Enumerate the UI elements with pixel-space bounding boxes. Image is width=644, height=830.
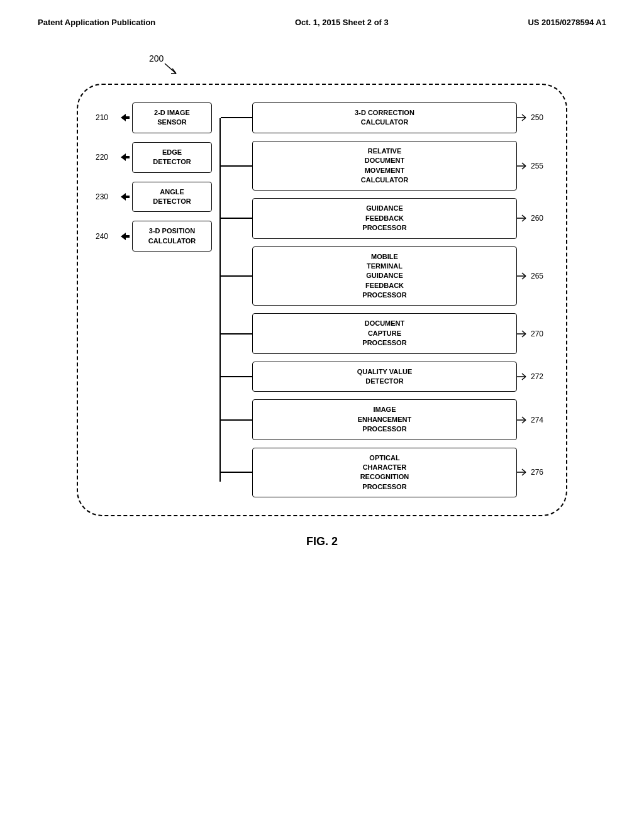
hline-255	[221, 165, 252, 167]
box-276: OPTICALCHARACTERRECOGNITIONPROCESSOR	[252, 448, 517, 498]
header-right: US 2015/0278594 A1	[528, 18, 606, 27]
arrow-ref-272	[517, 372, 531, 382]
box-270: DOCUMENTCAPTUREPROCESSOR	[252, 313, 517, 353]
arrow-220	[121, 153, 130, 162]
box-240: 3-D POSITIONCALCULATOR	[132, 221, 212, 252]
left-item-220: 220 EDGEDETECTOR	[96, 142, 212, 173]
hline-265	[221, 275, 252, 277]
box-250: 3-D CORRECTIONCALCULATOR	[252, 102, 517, 133]
box-230: ANGLEDETECTOR	[132, 182, 212, 213]
right-item-272: QUALITY VALUEDETECTOR 272	[221, 362, 543, 392]
box-274: IMAGEENHANCEMENTPROCESSOR	[252, 399, 517, 440]
ref-210: 210	[96, 113, 118, 122]
box-255: RELATIVEDOCUMENTMOVEMENTCALCULATOR	[252, 141, 517, 191]
hline-274	[221, 419, 252, 421]
hline-270	[221, 333, 252, 335]
arrow-ref-250	[517, 113, 531, 123]
right-item-276: OPTICALCHARACTERRECOGNITIONPROCESSOR 276	[221, 448, 543, 498]
right-item-250: 3-D CORRECTIONCALCULATOR 250	[221, 102, 543, 133]
left-item-240: 240 3-D POSITIONCALCULATOR	[96, 221, 212, 252]
box-210: 2-D IMAGESENSOR	[132, 102, 212, 133]
ref-276: 276	[531, 468, 543, 477]
arrow-ref-270	[517, 329, 531, 339]
hline-276	[221, 472, 252, 473]
arrow-ref-276	[517, 467, 531, 477]
arrow-230	[121, 192, 130, 201]
right-item-274: IMAGEENHANCEMENTPROCESSOR 274	[221, 399, 543, 440]
columns-wrapper: 210 2-D IMAGESENSOR 220 EDGEDETECTOR	[96, 102, 543, 497]
ref-220: 220	[96, 153, 118, 162]
arrow-210	[121, 113, 130, 122]
left-item-230: 230 ANGLEDETECTOR	[96, 182, 212, 213]
arrow-ref-265	[517, 271, 531, 281]
right-item-265: MOBILETERMINALGUIDANCEFEEDBACKPROCESSOR …	[221, 246, 543, 306]
ref-272: 272	[531, 372, 543, 381]
arrow-ref-255	[517, 161, 531, 171]
ref-250: 250	[531, 113, 543, 122]
left-column: 210 2-D IMAGESENSOR 220 EDGEDETECTOR	[96, 102, 212, 252]
hline-272	[221, 376, 252, 377]
box-272: QUALITY VALUEDETECTOR	[252, 362, 517, 392]
ref-274: 274	[531, 416, 543, 424]
left-item-210: 210 2-D IMAGESENSOR	[96, 102, 212, 133]
page-header: Patent Application Publication Oct. 1, 2…	[0, 0, 644, 27]
arrow-240	[121, 232, 130, 241]
ref-255: 255	[531, 162, 543, 170]
header-center: Oct. 1, 2015 Sheet 2 of 3	[295, 18, 389, 27]
figure-label: FIG. 2	[77, 535, 567, 548]
ref-240: 240	[96, 232, 118, 241]
hline-260	[221, 218, 252, 219]
ref-200-arrow	[158, 62, 184, 81]
ref-265: 265	[531, 272, 543, 280]
ref-270: 270	[531, 329, 543, 338]
arrow-ref-274	[517, 415, 531, 425]
left-vert-line	[128, 118, 141, 236]
arrow-ref-260	[517, 213, 531, 223]
box-265: MOBILETERMINALGUIDANCEFEEDBACKPROCESSOR	[252, 246, 517, 306]
diagram-container: 200 210 2-D IMAGESENSOR	[77, 52, 567, 548]
box-220: EDGEDETECTOR	[132, 142, 212, 173]
hline-250	[221, 117, 252, 118]
ref-230: 230	[96, 192, 118, 201]
ref-260: 260	[531, 214, 543, 223]
right-item-255: RELATIVEDOCUMENTMOVEMENTCALCULATOR 255	[221, 141, 543, 191]
main-box: 210 2-D IMAGESENSOR 220 EDGEDETECTOR	[77, 84, 567, 516]
box-260: GUIDANCEFEEDBACKPROCESSOR	[252, 198, 517, 238]
right-section: 3-D CORRECTIONCALCULATOR 250 RELATIVEDOC…	[221, 102, 543, 497]
right-item-260: GUIDANCEFEEDBACKPROCESSOR 260	[221, 198, 543, 238]
right-item-270: DOCUMENTCAPTUREPROCESSOR 270	[221, 313, 543, 353]
header-left: Patent Application Publication	[38, 18, 155, 27]
